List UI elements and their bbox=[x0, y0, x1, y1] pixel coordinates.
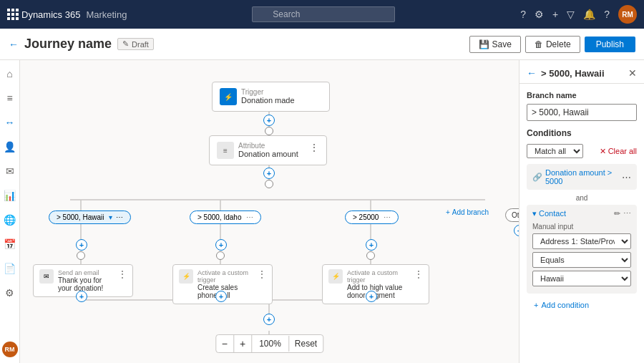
rp-contact-label[interactable]: ▾ Contact bbox=[532, 209, 566, 218]
rp-back-button[interactable]: ← bbox=[527, 67, 537, 79]
app-name: Dynamics 365 bbox=[21, 9, 80, 20]
zoom-out-button[interactable]: − bbox=[216, 335, 234, 352]
right-panel: ← > 5000, Hawaii ✕ Branch name Condition… bbox=[519, 60, 644, 363]
left-sidebar: ⌂ ≡ ↔ 👤 ✉ 📊 🌐 📅 📄 ⚙ RM bbox=[0, 60, 20, 363]
rp-branch-name-section: Branch name bbox=[519, 84, 644, 128]
rp-sub-condition: ▾ Contact ✏ ⋯ Manual input Address 1: St… bbox=[527, 205, 637, 294]
sidebar-chart-icon[interactable]: 📊 bbox=[2, 188, 18, 203]
branch-idaho[interactable]: > 5000, Idaho ⋯ bbox=[190, 210, 261, 224]
circle-b2 bbox=[216, 251, 225, 260]
sidebar-avatar[interactable]: RM bbox=[2, 342, 18, 357]
other-branch[interactable]: Other bbox=[505, 208, 519, 222]
plus-after-a3[interactable]: + bbox=[366, 291, 377, 302]
settings-icon[interactable]: ⚙ bbox=[535, 9, 544, 20]
rp-cond-1-more[interactable]: ⋯ bbox=[622, 172, 631, 183]
branch-hawaii[interactable]: > 5000, Hawaii ▾ ⋯ bbox=[49, 210, 131, 224]
app-module: Marketing bbox=[86, 9, 127, 20]
plus-b3[interactable]: + bbox=[366, 239, 377, 251]
branch-25000[interactable]: > 25000 ⋯ bbox=[345, 210, 399, 224]
circle-b1 bbox=[77, 251, 85, 260]
rp-match-row: Match all ✕ Clear all bbox=[527, 144, 637, 158]
plus-after-trigger[interactable]: + bbox=[263, 115, 275, 126]
add-branch-button[interactable]: + Add branch bbox=[446, 208, 489, 216]
circle-b3 bbox=[366, 251, 375, 260]
sidebar-nav-icon[interactable]: ≡ bbox=[2, 90, 18, 106]
delete-button[interactable]: 🗑 Delete bbox=[525, 36, 580, 53]
bell-icon[interactable]: 🔔 bbox=[583, 9, 595, 20]
sidebar-calendar-icon[interactable]: 📅 bbox=[2, 236, 18, 252]
branch-25000-more[interactable]: ⋯ bbox=[384, 213, 391, 221]
email-more-icon[interactable]: ⋮ bbox=[118, 269, 127, 279]
trigger2-label: Activate a custom trigger bbox=[347, 269, 410, 284]
circle-2 bbox=[265, 180, 273, 188]
attribute-node[interactable]: ≡ Attribute Donation amount ⋮ bbox=[209, 135, 327, 165]
search-input[interactable] bbox=[252, 6, 395, 22]
rp-sub-edit-icon[interactable]: ✏ bbox=[614, 209, 620, 218]
sidebar-home-icon[interactable]: ⌂ bbox=[2, 66, 18, 82]
plus-before-exit[interactable]: + bbox=[263, 314, 275, 325]
rp-cond-1-link[interactable]: 🔗 Donation amount > 5000 bbox=[532, 168, 622, 185]
trigger-label: Trigger bbox=[241, 88, 322, 96]
plus-icon[interactable]: + bbox=[552, 9, 558, 20]
plus-b2[interactable]: + bbox=[215, 239, 227, 251]
save-button[interactable]: 💾 Save bbox=[469, 36, 521, 53]
plus-after-a2[interactable]: + bbox=[215, 291, 227, 302]
rp-sub-more-icon[interactable]: ⋯ bbox=[623, 209, 631, 218]
trigger1-label: Activate a custom trigger bbox=[197, 269, 253, 284]
rp-sub-header: ▾ Contact ✏ ⋯ bbox=[532, 209, 631, 218]
trigger-header: ⚡ Trigger Donation made bbox=[220, 88, 322, 105]
help-icon[interactable]: ? bbox=[520, 9, 526, 20]
rp-close-button[interactable]: ✕ bbox=[628, 67, 637, 79]
user-icon[interactable]: ? bbox=[604, 9, 610, 20]
branch-idaho-label: > 5000, Idaho bbox=[197, 213, 241, 221]
rp-address-select[interactable]: Address 1: State/Province bbox=[532, 233, 631, 249]
zoom-in-button[interactable]: + bbox=[234, 335, 252, 352]
circle-1 bbox=[265, 127, 273, 135]
rp-header: ← > 5000, Hawaii ✕ bbox=[519, 60, 644, 84]
avatar[interactable]: RM bbox=[618, 5, 637, 24]
search-container bbox=[132, 6, 514, 22]
attr-header: ≡ Attribute Donation amount ⋮ bbox=[217, 142, 319, 159]
attr-label: Attribute bbox=[238, 142, 305, 150]
zoom-level: 100% bbox=[252, 336, 289, 352]
trigger-node[interactable]: ⚡ Trigger Donation made bbox=[212, 82, 330, 112]
plus-b1[interactable]: + bbox=[76, 239, 87, 251]
rp-hawaii-select[interactable]: Hawaii bbox=[532, 271, 631, 286]
rp-and-text: and bbox=[527, 194, 637, 202]
plus-after-a1[interactable]: + bbox=[76, 291, 87, 302]
attr-more-icon[interactable]: ⋮ bbox=[309, 142, 319, 153]
rp-branch-name-input[interactable] bbox=[527, 104, 637, 121]
plus-after-attribute[interactable]: + bbox=[263, 168, 275, 179]
rp-select-row-2: Equals bbox=[532, 252, 631, 268]
rp-equals-select[interactable]: Equals bbox=[532, 252, 631, 268]
delete-icon: 🗑 bbox=[535, 39, 543, 49]
rp-select-row-1: Address 1: State/Province bbox=[532, 233, 631, 249]
sidebar-email-icon[interactable]: ✉ bbox=[2, 163, 18, 179]
trigger-icon: ⚡ bbox=[220, 88, 237, 105]
branch-idaho-more[interactable]: ⋯ bbox=[246, 213, 253, 221]
rp-condition-1: 🔗 Donation amount > 5000 ⋯ bbox=[527, 164, 637, 190]
publish-button[interactable]: Publish bbox=[585, 37, 635, 52]
sidebar-settings2-icon[interactable]: ⚙ bbox=[2, 285, 18, 301]
plus-other[interactable]: + bbox=[514, 225, 519, 236]
branch-hawaii-caret[interactable]: ▾ bbox=[109, 213, 112, 221]
back-button[interactable]: ← bbox=[9, 39, 19, 50]
rp-add-condition-button[interactable]: + Add condition bbox=[527, 298, 637, 316]
sidebar-docs-icon[interactable]: 📄 bbox=[2, 261, 18, 276]
sidebar-journey-icon[interactable]: ↔ bbox=[2, 115, 18, 130]
rp-clear-all-button[interactable]: ✕ Clear all bbox=[600, 147, 637, 156]
sidebar-globe-icon[interactable]: 🌐 bbox=[2, 212, 18, 228]
trigger2-more-icon[interactable]: ⋮ bbox=[414, 269, 423, 279]
trigger1-more-icon[interactable]: ⋮ bbox=[258, 269, 266, 279]
email-action-icon: ✉ bbox=[39, 269, 54, 284]
other-label: Other bbox=[512, 211, 519, 219]
branch-hawaii-more[interactable]: ⋯ bbox=[116, 213, 123, 221]
email-action-title: Thank you for your donation! bbox=[58, 276, 114, 292]
rp-match-select[interactable]: Match all bbox=[527, 144, 583, 158]
filter-icon[interactable]: ▽ bbox=[567, 9, 575, 20]
link-icon: 🔗 bbox=[532, 173, 542, 182]
journey-canvas: ⚡ Trigger Donation made + ≡ Attribute Do… bbox=[20, 60, 519, 363]
clear-icon: ✕ bbox=[600, 147, 606, 156]
zoom-reset-button[interactable]: Reset bbox=[289, 336, 323, 352]
sidebar-people-icon[interactable]: 👤 bbox=[2, 139, 18, 155]
